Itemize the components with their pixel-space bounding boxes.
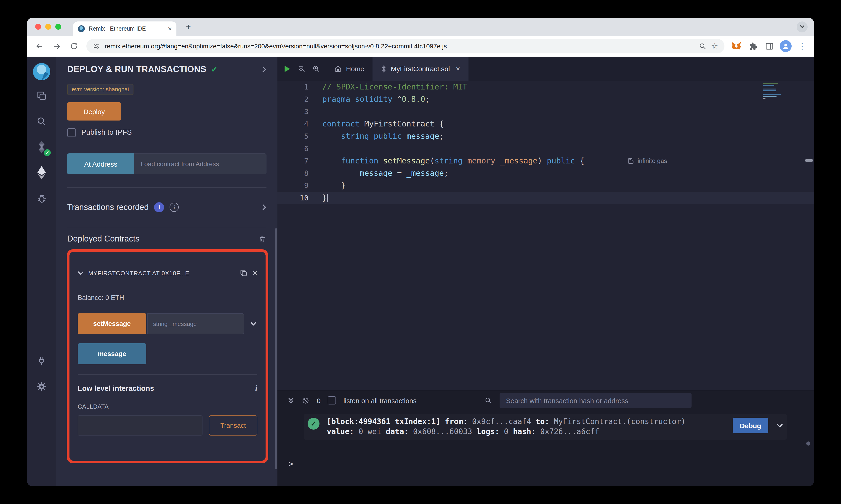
listen-transactions-checkbox[interactable] [328, 396, 336, 404]
tab-title: Remix - Ethereum IDE [89, 25, 164, 32]
deploy-run-button[interactable] [27, 160, 56, 185]
editor-tabbar: Home MyFirstContract.sol × [277, 57, 814, 81]
profile-button[interactable] [778, 39, 793, 53]
debug-button[interactable]: Debug [733, 418, 768, 433]
code-line[interactable]: 10} [277, 192, 814, 204]
at-address-button[interactable]: At Address [67, 154, 134, 174]
terminal-prompt[interactable]: > [288, 459, 293, 468]
terminal-search-icon [484, 396, 492, 404]
chevron-down-icon [800, 25, 804, 28]
file-explorer-button[interactable] [27, 83, 56, 109]
code-line[interactable]: 5 string public message; [277, 130, 814, 142]
tab-search-button[interactable] [797, 21, 808, 32]
ethereum-icon [37, 166, 46, 179]
compiler-success-badge: ✓ [44, 149, 51, 156]
minimize-window-button[interactable] [45, 24, 51, 30]
divider [78, 374, 257, 375]
tab-home[interactable]: Home [326, 57, 373, 81]
search-icon [37, 116, 47, 126]
plugin-manager-button[interactable] [27, 348, 56, 374]
message-button[interactable]: message [78, 343, 146, 364]
terminal-scrollbar[interactable] [806, 442, 810, 446]
pending-transactions-icon[interactable] [302, 396, 309, 404]
code-lines: 1// SPDX-License-Identifier: MIT2pragma … [277, 81, 814, 204]
code-line[interactable]: 8 message = _message; [277, 167, 814, 179]
log-expand-chevron-icon[interactable] [776, 424, 783, 428]
set-message-button[interactable]: setMessage [78, 313, 146, 334]
fullscreen-window-button[interactable] [55, 24, 61, 30]
side-panel-button[interactable] [762, 39, 776, 53]
screen: Remix - Ethereum IDE × + remix.ethereum.… [0, 0, 841, 504]
run-script-play-icon[interactable] [283, 65, 291, 73]
code-line[interactable]: 4contract MyFirstContract { [277, 118, 814, 130]
puzzle-icon [749, 42, 757, 51]
code-editor[interactable]: 1// SPDX-License-Identifier: MIT2pragma … [277, 81, 814, 390]
zoom-in-icon[interactable] [312, 65, 321, 73]
contract-close-icon[interactable]: × [253, 269, 257, 277]
browser-tab[interactable]: Remix - Ethereum IDE × [73, 21, 176, 36]
back-button[interactable] [32, 38, 47, 54]
code-line[interactable]: 7 function setMessage(string memory _mes… [277, 155, 814, 167]
search-button[interactable] [27, 109, 56, 134]
calldata-input[interactable] [78, 415, 203, 435]
url-text: remix.ethereum.org/#lang=en&optimize=fal… [105, 42, 447, 50]
code-line[interactable]: 2pragma solidity ^0.8.0; [277, 93, 814, 106]
zoom-out-icon[interactable] [297, 65, 306, 73]
metamask-extension-button[interactable] [729, 39, 744, 53]
low-level-info-icon[interactable]: i [255, 384, 257, 393]
side-panel-icon [765, 42, 774, 51]
code-line[interactable]: 6 [277, 142, 814, 155]
browser-tabstrip: Remix - Ethereum IDE × + [27, 18, 814, 36]
code-line[interactable]: 3 [277, 106, 814, 118]
deploy-button[interactable]: Deploy [67, 102, 121, 121]
copy-address-icon[interactable] [240, 269, 248, 277]
transactions-info-icon[interactable]: i [170, 203, 179, 212]
at-address-input[interactable] [134, 154, 267, 174]
trash-icon[interactable] [258, 235, 267, 243]
gas-estimate-hint: infinite gas [628, 155, 667, 167]
remix-favicon-icon [78, 25, 85, 32]
settings-button[interactable] [27, 374, 56, 399]
terminal-expand-icon[interactable] [288, 397, 294, 404]
zoom-icon[interactable] [699, 42, 707, 50]
set-message-expand-chevron-icon[interactable] [251, 322, 256, 326]
code-line[interactable]: 9 } [277, 179, 814, 192]
editor-scrollbar-cursor-mark[interactable] [805, 159, 813, 162]
transaction-log-row[interactable]: ✓ [block:4994361 txIndex:1] from: 0x9cf.… [304, 414, 787, 439]
panel-collapse-chevron-icon[interactable] [262, 66, 267, 73]
low-level-title: Low level interactions [78, 384, 154, 393]
terminal-search-input[interactable] [500, 393, 691, 408]
solidity-compiler-button[interactable]: ✓ [27, 134, 56, 160]
browser-menu-button[interactable]: ⋮ [795, 39, 809, 53]
bookmark-star-icon[interactable]: ☆ [711, 42, 718, 50]
tab-file[interactable]: MyFirstContract.sol × [373, 57, 468, 81]
address-bar[interactable]: remix.ethereum.org/#lang=en&optimize=fal… [86, 39, 724, 53]
tab-file-close-icon[interactable]: × [456, 65, 460, 72]
contract-collapse-chevron-icon[interactable] [78, 271, 84, 275]
new-tab-button[interactable]: + [182, 20, 195, 33]
code-line[interactable]: 1// SPDX-License-Identifier: MIT [277, 81, 814, 93]
close-window-button[interactable] [35, 24, 41, 30]
publish-ipfs-checkbox[interactable] [67, 128, 76, 137]
remix-logo-icon[interactable] [32, 62, 51, 81]
reload-button[interactable] [66, 38, 82, 54]
minimap[interactable] [763, 83, 783, 101]
transact-button[interactable]: Transact [209, 415, 257, 435]
avatar [780, 40, 792, 52]
deployed-contracts-row: Deployed Contracts [67, 227, 267, 251]
transactions-expand-chevron-icon[interactable] [262, 204, 267, 211]
panel-header: DEPLOY & RUN TRANSACTIONS ✓ [67, 57, 267, 82]
site-settings-icon[interactable] [93, 42, 100, 50]
extensions-button[interactable] [745, 39, 760, 53]
terminal: 0 listen on all transactions ✓ [block:49… [277, 390, 814, 486]
panel-check-icon: ✓ [211, 65, 218, 74]
set-message-input[interactable] [147, 313, 244, 334]
debugger-button[interactable] [27, 185, 56, 211]
panel-scrollbar[interactable] [275, 228, 277, 469]
forward-button[interactable] [49, 38, 65, 54]
evm-version-badge: evm version: shanghai [67, 84, 134, 95]
tab-close-icon[interactable]: × [168, 25, 172, 32]
listen-transactions-label: listen on all transactions [343, 396, 417, 404]
metamask-fox-icon [731, 41, 741, 51]
gas-icon [628, 158, 634, 164]
